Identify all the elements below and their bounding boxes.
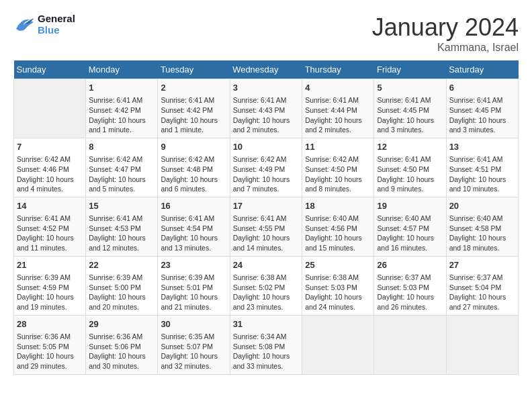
- calendar-cell: 8Sunrise: 6:42 AMSunset: 4:47 PMDaylight…: [86, 138, 158, 197]
- daylight-text: Daylight: 10 hours and 5 minutes.: [89, 175, 154, 194]
- sunrise-text: Sunrise: 6:42 AM: [305, 154, 371, 165]
- logo-blue-text: Blue: [38, 25, 75, 36]
- daylight-text: Daylight: 10 hours and 23 minutes.: [233, 292, 300, 312]
- calendar-cell: 4Sunrise: 6:41 AMSunset: 4:44 PMDaylight…: [302, 79, 374, 138]
- day-number: 18: [305, 200, 371, 212]
- calendar-cell: 20Sunrise: 6:40 AMSunset: 4:58 PMDayligh…: [446, 197, 518, 256]
- daylight-text: Daylight: 10 hours and 24 minutes.: [305, 292, 371, 312]
- header-day-sunday: Sunday: [14, 60, 86, 79]
- day-number: 24: [233, 259, 300, 271]
- calendar-cell: 16Sunrise: 6:41 AMSunset: 4:54 PMDayligh…: [158, 197, 230, 256]
- daylight-text: Daylight: 10 hours and 32 minutes.: [161, 351, 226, 371]
- location: Kammana, Israel: [372, 42, 519, 54]
- sunrise-text: Sunrise: 6:36 AM: [89, 332, 154, 342]
- calendar-cell: 19Sunrise: 6:40 AMSunset: 4:57 PMDayligh…: [374, 197, 446, 256]
- day-number: 6: [449, 82, 515, 94]
- daylight-text: Daylight: 10 hours and 16 minutes.: [377, 233, 443, 253]
- week-row-3: 14Sunrise: 6:41 AMSunset: 4:52 PMDayligh…: [14, 197, 519, 256]
- daylight-text: Daylight: 10 hours and 7 minutes.: [233, 175, 300, 194]
- calendar-cell: [446, 315, 518, 374]
- sunrise-text: Sunrise: 6:41 AM: [89, 95, 154, 105]
- day-number: 17: [233, 200, 300, 212]
- day-number: 30: [161, 318, 226, 330]
- daylight-text: Daylight: 10 hours and 8 minutes.: [305, 175, 371, 194]
- daylight-text: Daylight: 10 hours and 26 minutes.: [377, 292, 443, 312]
- sunset-text: Sunset: 4:53 PM: [89, 224, 154, 234]
- day-number: 5: [377, 82, 443, 94]
- daylight-text: Daylight: 10 hours and 19 minutes.: [17, 292, 83, 312]
- sunset-text: Sunset: 4:59 PM: [17, 283, 83, 293]
- calendar-cell: 30Sunrise: 6:35 AMSunset: 5:07 PMDayligh…: [158, 315, 230, 374]
- page-header: General Blue January 2024 Kammana, Israe…: [13, 13, 519, 54]
- daylight-text: Daylight: 10 hours and 12 minutes.: [89, 233, 154, 253]
- daylight-text: Daylight: 10 hours and 14 minutes.: [233, 233, 300, 253]
- daylight-text: Daylight: 10 hours and 15 minutes.: [305, 233, 371, 253]
- daylight-text: Daylight: 10 hours and 6 minutes.: [161, 175, 226, 194]
- sunset-text: Sunset: 5:08 PM: [233, 342, 300, 352]
- sunrise-text: Sunrise: 6:41 AM: [233, 214, 300, 224]
- month-title: January 2024: [372, 13, 519, 42]
- sunrise-text: Sunrise: 6:41 AM: [449, 154, 515, 165]
- calendar-cell: 10Sunrise: 6:42 AMSunset: 4:49 PMDayligh…: [230, 138, 302, 197]
- daylight-text: Daylight: 10 hours and 29 minutes.: [17, 351, 83, 371]
- sunset-text: Sunset: 5:00 PM: [89, 283, 154, 293]
- title-block: January 2024 Kammana, Israel: [372, 13, 519, 54]
- sunset-text: Sunset: 4:43 PM: [233, 105, 300, 116]
- sunrise-text: Sunrise: 6:38 AM: [305, 273, 371, 283]
- day-number: 13: [449, 141, 515, 153]
- day-number: 2: [161, 82, 226, 94]
- daylight-text: Daylight: 10 hours and 9 minutes.: [377, 175, 443, 194]
- daylight-text: Daylight: 10 hours and 2 minutes.: [233, 116, 300, 135]
- calendar-cell: 7Sunrise: 6:42 AMSunset: 4:46 PMDaylight…: [14, 138, 86, 197]
- sunrise-text: Sunrise: 6:34 AM: [233, 332, 300, 342]
- day-number: 20: [449, 200, 515, 212]
- sunset-text: Sunset: 4:50 PM: [305, 165, 371, 175]
- daylight-text: Daylight: 10 hours and 1 minute.: [161, 116, 226, 135]
- header-day-saturday: Saturday: [446, 60, 518, 79]
- sunrise-text: Sunrise: 6:42 AM: [89, 154, 154, 165]
- daylight-text: Daylight: 10 hours and 3 minutes.: [377, 116, 443, 135]
- header-day-wednesday: Wednesday: [230, 60, 302, 79]
- calendar-cell: 11Sunrise: 6:42 AMSunset: 4:50 PMDayligh…: [302, 138, 374, 197]
- calendar-cell: 18Sunrise: 6:40 AMSunset: 4:56 PMDayligh…: [302, 197, 374, 256]
- daylight-text: Daylight: 10 hours and 30 minutes.: [89, 351, 154, 371]
- sunrise-text: Sunrise: 6:39 AM: [161, 273, 226, 283]
- sunrise-text: Sunrise: 6:42 AM: [17, 154, 83, 165]
- sunrise-text: Sunrise: 6:40 AM: [305, 214, 371, 224]
- day-number: 4: [305, 82, 371, 94]
- header-day-thursday: Thursday: [302, 60, 374, 79]
- calendar-cell: 2Sunrise: 6:41 AMSunset: 4:42 PMDaylight…: [158, 79, 230, 138]
- calendar-cell: 17Sunrise: 6:41 AMSunset: 4:55 PMDayligh…: [230, 197, 302, 256]
- logo-text: General: [38, 13, 75, 25]
- calendar-cell: 6Sunrise: 6:41 AMSunset: 4:45 PMDaylight…: [446, 79, 518, 138]
- calendar-cell: 9Sunrise: 6:42 AMSunset: 4:48 PMDaylight…: [158, 138, 230, 197]
- day-number: 11: [305, 141, 371, 153]
- logo: General Blue: [13, 13, 75, 36]
- week-row-1: 1Sunrise: 6:41 AMSunset: 4:42 PMDaylight…: [14, 79, 519, 138]
- sunset-text: Sunset: 4:48 PM: [161, 165, 226, 175]
- sunrise-text: Sunrise: 6:37 AM: [377, 273, 443, 283]
- day-number: 31: [233, 318, 300, 330]
- sunrise-text: Sunrise: 6:42 AM: [161, 154, 226, 165]
- day-number: 1: [89, 82, 154, 94]
- sunset-text: Sunset: 5:04 PM: [449, 283, 515, 293]
- sunset-text: Sunset: 4:47 PM: [89, 165, 154, 175]
- calendar-cell: [14, 79, 86, 138]
- day-number: 28: [17, 318, 83, 330]
- day-number: 15: [89, 200, 154, 212]
- calendar-cell: 28Sunrise: 6:36 AMSunset: 5:05 PMDayligh…: [14, 315, 86, 374]
- calendar-cell: [374, 315, 446, 374]
- daylight-text: Daylight: 10 hours and 21 minutes.: [161, 292, 226, 312]
- calendar-cell: 1Sunrise: 6:41 AMSunset: 4:42 PMDaylight…: [86, 79, 158, 138]
- sunset-text: Sunset: 4:57 PM: [377, 224, 443, 234]
- sunset-text: Sunset: 4:49 PM: [233, 165, 300, 175]
- calendar-cell: 22Sunrise: 6:39 AMSunset: 5:00 PMDayligh…: [86, 256, 158, 315]
- day-number: 25: [305, 259, 371, 271]
- sunset-text: Sunset: 5:03 PM: [305, 283, 371, 293]
- daylight-text: Daylight: 10 hours and 18 minutes.: [449, 233, 515, 253]
- sunset-text: Sunset: 4:58 PM: [449, 224, 515, 234]
- week-row-2: 7Sunrise: 6:42 AMSunset: 4:46 PMDaylight…: [14, 138, 519, 197]
- sunrise-text: Sunrise: 6:39 AM: [17, 273, 83, 283]
- day-number: 26: [377, 259, 443, 271]
- sunset-text: Sunset: 4:55 PM: [233, 224, 300, 234]
